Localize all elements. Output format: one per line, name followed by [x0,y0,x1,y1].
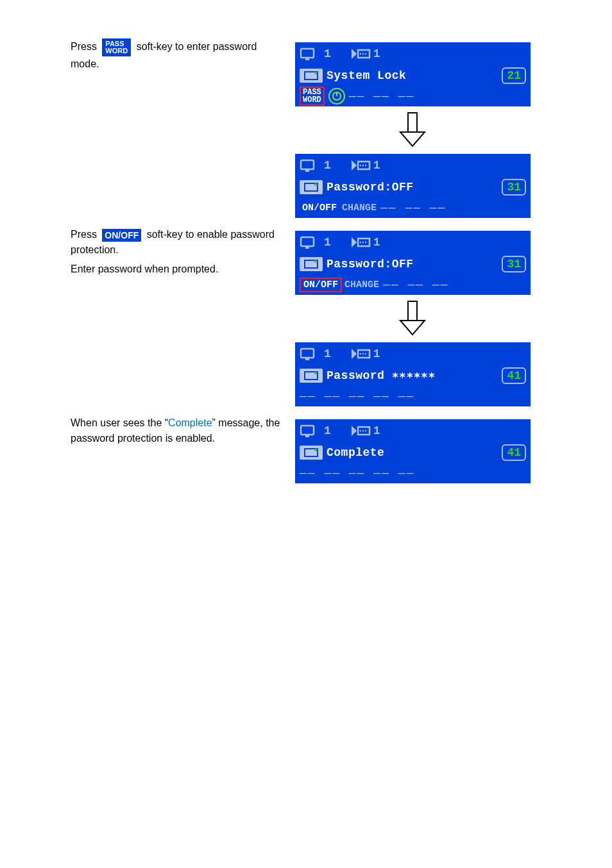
monitor-icon [300,46,319,62]
lcd-top: 1 1 [296,154,530,176]
play-icon [350,423,372,438]
lcd-play: 1 [373,425,380,437]
svg-point-24 [314,183,317,186]
svg-rect-26 [305,247,309,249]
lcd-title: Password:OFF [327,258,414,270]
lcd-mid: Password ∗∗∗∗∗∗ 41 [296,365,530,387]
play-icon [350,346,372,362]
svg-point-53 [365,430,366,431]
svg-rect-37 [301,349,314,358]
svg-point-51 [360,430,361,431]
svg-point-29 [360,242,361,243]
lcd-title: Password:OFF [327,181,414,193]
play-icon [350,158,372,173]
svg-rect-13 [408,113,417,132]
step-row-1: Press PASSWORD soft-key to enter passwor… [0,38,612,218]
svg-point-21 [365,165,366,166]
svg-rect-25 [301,237,314,246]
svg-point-42 [362,353,364,355]
lcd-bot: —— —— —— —— —— [296,463,530,483]
lcd-dashes: —— —— —— —— —— [300,390,414,402]
lcd-title: Password ∗∗∗∗∗∗ [327,370,436,381]
lcd-badge-41: 41 [502,367,526,384]
monitor-icon [300,158,319,173]
svg-marker-14 [400,132,425,146]
svg-rect-0 [301,49,314,58]
svg-point-5 [362,53,364,54]
step2-right: 1 1 Password:OFF 31 ON/OFF [295,227,612,406]
card-icon [300,257,323,271]
step-row-2: Press ON/OFF soft-key to enable password… [0,227,612,406]
lcd-count: 1 [324,425,331,437]
onoff-softkey-icon[interactable]: ON/OFF [300,202,339,214]
lcd-bot: —— —— —— —— —— [296,387,530,406]
passwd-softkey-icon: PASSWORD [102,38,131,56]
play-icon [350,235,372,250]
svg-point-52 [362,430,364,431]
svg-marker-27 [352,237,357,247]
lcd-system-lock: 1 1 System Lock 21 PASSWORD [295,42,531,106]
passwd-softkey-icon[interactable]: PASSWORD [300,87,325,106]
step2-pre: Press [71,229,97,240]
svg-marker-17 [352,160,357,171]
change-softkey-icon[interactable]: CHANGE [342,202,377,214]
monitor-icon [300,423,319,438]
lcd-mid: Password:OFF 31 [296,253,530,275]
svg-rect-1 [305,58,309,60]
step2-left: Press ON/OFF soft-key to enable password… [0,227,295,277]
lcd-count: 1 [324,160,331,171]
step2-suf: soft-key to enable password protection. [71,229,275,255]
card-icon [300,446,323,460]
svg-point-4 [360,53,361,54]
lcd-title: Complete [327,447,384,458]
lcd-play: 1 [373,237,380,248]
lcd-play: 1 [373,160,380,171]
lcd-top: 1 1 [296,420,530,442]
svg-marker-49 [352,426,357,436]
svg-marker-2 [352,49,357,59]
step1-right: 1 1 System Lock 21 PASSWORD [295,38,612,218]
lcd-top: 1 1 [296,231,530,253]
onoff-softkey-icon[interactable]: ON/OFF [300,278,342,292]
svg-point-9 [314,72,317,74]
step-row-3: When user sees the “Complete” message, t… [0,415,612,483]
lcd-dashes: —— —— —— [380,202,446,213]
lcd-bot-1: PASSWORD —— —— —— [296,87,530,106]
svg-point-43 [365,353,366,355]
lcd-dashes: —— —— —— [383,279,448,290]
svg-point-56 [314,449,317,451]
svg-rect-38 [305,358,309,360]
lcd-top: 1 1 [296,43,530,65]
monitor-icon [300,235,319,250]
lcd-play: 1 [373,348,380,360]
svg-point-31 [365,242,366,243]
lcd-mid: Complete 41 [296,442,530,463]
lcd-dashes: —— —— —— [349,90,414,102]
monitor-icon [300,346,319,362]
lcd-bot: ON/OFF CHANGE —— —— —— [296,275,530,294]
play-icon [350,46,372,62]
svg-rect-35 [408,301,417,321]
card-icon [300,180,323,194]
lcd-title-1: System Lock [327,70,406,81]
step1-left: Press PASSWORD soft-key to enter passwor… [0,38,295,72]
card-icon [300,369,323,383]
down-arrow-icon [295,300,529,336]
lcd-play-1: 1 [373,48,380,60]
svg-rect-47 [301,426,314,435]
svg-point-41 [360,353,361,355]
svg-point-46 [314,372,317,374]
step3-left: When user sees the “Complete” message, t… [0,415,295,446]
step1-suf: soft-key to enter password mode. [71,41,257,69]
lcd-count: 1 [324,237,331,248]
svg-rect-48 [305,435,309,437]
step3-pre: When user sees the “ [71,417,168,428]
lcd-password-off-b: 1 1 Password:OFF 31 ON/OFF [295,231,531,295]
complete-word: Complete [168,417,212,428]
lcd-complete: 1 1 Complete 41 —— —— —— —— —— [295,419,531,483]
step3-right: 1 1 Complete 41 —— —— —— —— —— [295,415,612,483]
change-softkey-icon[interactable]: CHANGE [344,279,379,291]
lcd-top: 1 1 [296,343,530,365]
onoff-softkey-icon: ON/OFF [102,229,141,242]
lcd-mid: Password:OFF 31 [296,176,530,198]
